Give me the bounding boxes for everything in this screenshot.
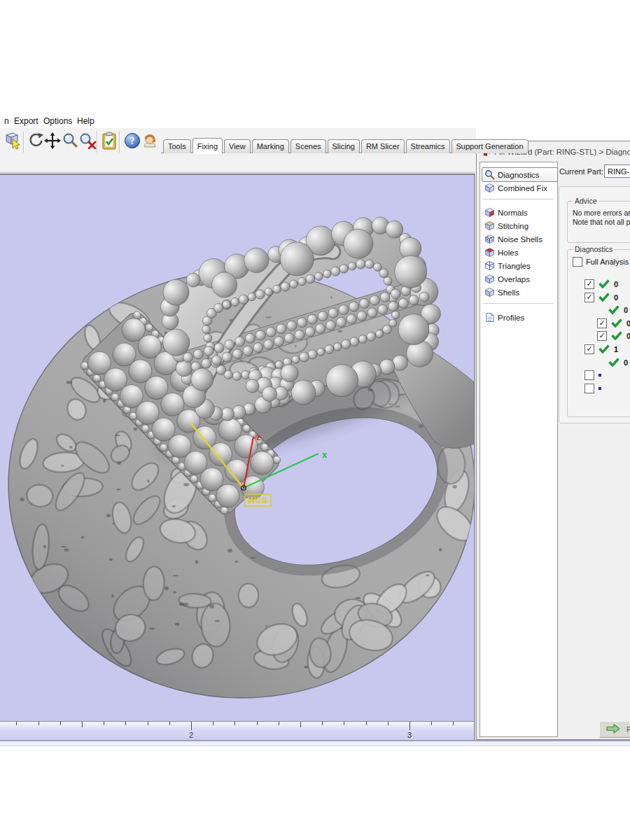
ruler-tick: [431, 722, 432, 725]
svg-text:WCS: WCS: [248, 496, 267, 505]
diagnostic-row: ✓0: [584, 278, 618, 290]
tab-scenes[interactable]: Scenes: [290, 139, 326, 153]
ruler-tick: [279, 722, 279, 725]
follow-advice-button[interactable]: Fo: [599, 721, 630, 738]
diagnostic-row: 0: [608, 304, 628, 316]
full-analysis-label: Full Analysis: [586, 258, 629, 266]
ruler-tick: [410, 722, 410, 730]
advice-group: Advice No more errors are Note that not …: [567, 201, 630, 243]
sidebar-item-shells[interactable]: Shells: [482, 285, 558, 300]
axis-x-label: x: [322, 449, 328, 460]
help-button[interactable]: ?: [122, 132, 141, 153]
diagnostics-page: Advice No more errors are Note that not …: [559, 186, 630, 424]
checklist-icon: [101, 132, 118, 153]
current-part-dropdown[interactable]: RING-S: [604, 164, 630, 178]
diagnostic-row: 0: [608, 356, 628, 368]
cube-holes-icon: [484, 247, 495, 258]
ruler-label: 2: [187, 731, 195, 739]
error-count: 0: [614, 280, 618, 288]
fix-wizard-sidebar: DiagnosticsCombined FixNormalsStitchingN…: [479, 162, 558, 737]
assistant-button[interactable]: [140, 132, 159, 153]
diagnostic-checkbox[interactable]: [584, 384, 594, 393]
sidebar-item-overlaps[interactable]: Overlaps: [482, 272, 558, 286]
sidebar-item-label: Triangles: [498, 262, 531, 270]
tab-view[interactable]: View: [224, 139, 251, 153]
ruler-tick: [388, 722, 388, 725]
ruler-tick: [300, 722, 301, 727]
window-edge-lower: [0, 741, 630, 746]
sidebar-item-label: Combined Fix: [498, 184, 547, 192]
sidebar-item-label: Diagnostics: [498, 171, 539, 179]
cube-stitching-icon: [484, 220, 495, 231]
zoom-button[interactable]: [60, 132, 79, 153]
diagnostic-row: ✓0: [597, 317, 630, 329]
cube-wireframe-icon: [484, 260, 495, 271]
diagnostics-group: Diagnostics Full Analysis ✓0✓00✓0✓0✓10: [567, 249, 630, 417]
diagnostic-checkbox[interactable]: [584, 370, 594, 380]
menu-bar: nExportOptionsHelp: [0, 113, 630, 128]
sidebar-item-label: Stitching: [498, 222, 528, 230]
status-check-icon: [608, 305, 620, 314]
sidebar-item-profiles[interactable]: Profiles: [482, 310, 558, 325]
tab-slicing[interactable]: Slicing: [328, 139, 360, 153]
tab-streamics[interactable]: Streamics: [406, 139, 450, 153]
diagnostic-row: ✓0: [597, 330, 630, 342]
magnifier-icon: [484, 169, 495, 180]
sidebar-item-noise-shells[interactable]: Noise Shells: [482, 232, 558, 246]
error-count: 0: [614, 293, 618, 302]
sidebar-item-holes[interactable]: Holes: [482, 245, 558, 260]
status-check-icon: [608, 358, 620, 367]
menu-item-options[interactable]: Options: [41, 115, 74, 127]
error-count: 0: [626, 319, 630, 328]
tab-tools[interactable]: Tools: [163, 139, 191, 153]
cube-icon: [484, 183, 495, 193]
tab-support-generation[interactable]: Support Generation: [451, 139, 528, 153]
sidebar-item-combined-fix[interactable]: Combined Fix: [482, 181, 558, 195]
tab-marking[interactable]: Marking: [252, 139, 289, 153]
ruler-tick: [16, 722, 17, 725]
sidebar-item-stitching[interactable]: Stitching: [482, 218, 558, 233]
sidebar-separator: [483, 199, 553, 200]
error-count: 0: [626, 332, 630, 340]
select-part-button[interactable]: [2, 132, 21, 153]
zoom-remove-button[interactable]: [78, 132, 97, 153]
toolbar-divider: [23, 132, 24, 153]
full-analysis-checkbox[interactable]: [573, 257, 582, 267]
tab-fixing[interactable]: Fixing: [192, 138, 223, 153]
ruler-tick: [234, 722, 235, 725]
sidebar-item-normals[interactable]: Normals: [482, 205, 558, 220]
error-count: 1: [614, 345, 618, 354]
help-icon: ?: [124, 132, 141, 152]
ruler-tick: [148, 722, 148, 725]
viewport-3d[interactable]: z x WCS 23: [0, 174, 475, 741]
ring-model-scene[interactable]: z x WCS: [0, 175, 474, 721]
diagnostic-checkbox[interactable]: ✓: [597, 318, 607, 328]
cube-icon: [484, 274, 495, 284]
pan-view-button[interactable]: [43, 132, 62, 153]
tab-rm-slicer[interactable]: RM Slicer: [361, 139, 405, 153]
rotate-view-button[interactable]: [26, 132, 45, 153]
pan-view-icon: [44, 132, 61, 152]
menu-item-export[interactable]: Export: [12, 115, 41, 127]
axis-z-label: z: [256, 432, 261, 442]
ribbon-tabs: ToolsFixingViewMarkingScenesSlicingRM Sl…: [163, 138, 530, 153]
sidebar-item-triangles[interactable]: Triangles: [482, 258, 558, 273]
cube-normals-icon: [484, 207, 495, 218]
diagnostic-checkbox[interactable]: ✓: [584, 279, 594, 289]
status-check-icon: [611, 318, 622, 328]
sidebar-item-diagnostics[interactable]: Diagnostics: [482, 167, 558, 182]
horizontal-ruler: 23: [0, 721, 474, 742]
diagnostic-checkbox[interactable]: ✓: [584, 293, 594, 302]
rotate-view-icon: [27, 132, 44, 152]
checklist-button[interactable]: [99, 132, 118, 153]
status-check-icon: [598, 279, 610, 288]
sidebar-separator: [483, 303, 553, 304]
diagnostic-checkbox[interactable]: ✓: [597, 331, 607, 341]
diagnostic-checkbox[interactable]: ✓: [584, 344, 594, 354]
ruler-label: 3: [405, 731, 414, 739]
menu-item-n[interactable]: n: [2, 115, 11, 127]
assistant-icon: [141, 132, 158, 152]
status-check-icon: [611, 331, 622, 340]
menu-item-help[interactable]: Help: [75, 115, 97, 127]
toolbar-divider: [97, 132, 98, 153]
